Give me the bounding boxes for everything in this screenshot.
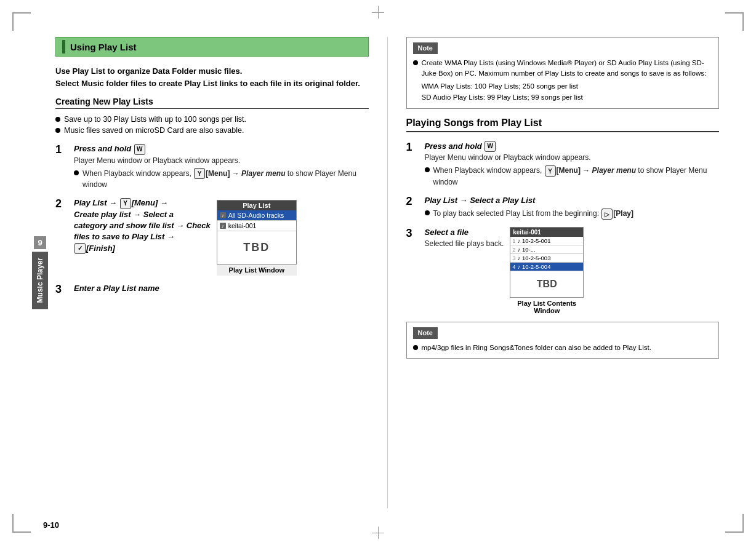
right-step-desc-2: To play back selected Play List from the…	[425, 208, 720, 220]
plc-row-1: 1 ♪ 10-2-5-001	[510, 237, 583, 245]
sub-bullet-dot	[74, 170, 79, 175]
section-header: Using Play List	[55, 37, 369, 57]
right-step-3-with-img: Select a file Selected file plays back. …	[425, 227, 720, 314]
note2-bullet-dot	[413, 345, 418, 350]
sub-bullet-dot-r2	[425, 210, 430, 215]
row-icon-2: ♪	[220, 223, 226, 229]
plc-row-3: 3 ♪ 10-2-5-003	[510, 254, 583, 263]
corner-tr	[725, 12, 744, 31]
crosshair-bottom	[372, 527, 384, 539]
note-box-1: Note Create WMA Play Lists (using Window…	[406, 37, 720, 109]
sub-bullet-dot-r1	[425, 167, 430, 172]
right-step-3-text: Select a file Selected file plays back.	[425, 227, 504, 249]
step-desc-1: Player Menu window or Playback window ap…	[74, 155, 369, 191]
creating-title: Creating New Play Lists	[55, 97, 369, 109]
window-row-1: ♪ All SD-Audio tracks	[217, 210, 296, 221]
right-step-number-3: 3	[406, 227, 419, 241]
y-btn: Y	[120, 198, 131, 209]
right-step-number-2: 2	[406, 195, 419, 209]
step-number-2: 2	[55, 197, 68, 211]
right-step-title-2: Play List → Select a Play List	[425, 195, 720, 206]
step-title-3: Enter a Play List name	[74, 283, 369, 294]
right-step-3: 3 Select a file Selected file plays back…	[406, 227, 720, 314]
right-step-title-3: Select a file	[425, 227, 504, 238]
bullet-dot	[55, 128, 60, 133]
bullet-item: Save up to 30 Play Lists with up to 100 …	[55, 115, 369, 124]
note-bullet-dot	[413, 60, 418, 65]
w-button-icon: W	[134, 144, 145, 155]
window-label: Play List Window	[217, 265, 297, 276]
left-column: Using Play List Use Play List to organiz…	[55, 37, 388, 508]
step-title-2: Play List → Y[Menu] → Create play list →…	[74, 197, 211, 254]
page-number: 9-10	[43, 520, 59, 530]
y-button-icon: Y	[194, 168, 205, 179]
step-2-text: Play List → Y[Menu] → Create play list →…	[74, 197, 211, 254]
plc-row-4: 4 ♪ 10-2-5-004	[510, 263, 583, 271]
step-with-img: Play List → Y[Menu] → Create play list →…	[74, 197, 369, 276]
step-content-3: Enter a Play List name	[74, 283, 369, 294]
window-tbd: TBD	[217, 231, 296, 264]
step-content-1: Press and hold W Player Menu window or P…	[74, 143, 369, 190]
right-step-1: 1 Press and hold W Player Menu window or…	[406, 141, 720, 188]
window-titlebar: Play List	[217, 201, 296, 210]
header-bar	[62, 40, 65, 54]
plc-window-label: Play List ContentsWindow	[510, 300, 584, 314]
right-step-content-3: Select a file Selected file plays back. …	[425, 227, 720, 314]
corner-tl	[12, 12, 31, 31]
step-content-2: Play List → Y[Menu] → Create play list →…	[74, 197, 369, 276]
step-title-1: Press and hold W	[74, 143, 369, 155]
corner-bl	[12, 514, 31, 533]
intro-text: Use Play List to organize Data Folder mu…	[55, 65, 369, 89]
window-row-2: ♪ keitai-001	[217, 221, 296, 231]
bullet-item: Music files saved on microSD Card are al…	[55, 126, 369, 135]
play-btn-r2: ▷	[601, 209, 613, 220]
right-step-title-1: Press and hold W	[425, 141, 720, 153]
note-label-1: Note	[413, 42, 438, 54]
corner-br	[725, 514, 744, 533]
step-1: 1 Press and hold W Player Menu window or…	[55, 143, 369, 190]
bullet-dot	[55, 117, 60, 122]
plc-window: keitai-001 1 ♪ 10-2-5-001 2 ♪ 10-... 3	[510, 227, 584, 298]
step-3: 3 Enter a Play List name	[55, 283, 369, 296]
bullet-list: Save up to 30 Play Lists with up to 100 …	[55, 115, 369, 135]
finish-btn: ✓	[74, 243, 86, 254]
sidebar-number: 9	[34, 236, 46, 249]
right-step-desc-1: Player Menu window or Playback window ap…	[425, 152, 720, 188]
sidebar-label: Music Player	[32, 252, 48, 309]
right-step-content-2: Play List → Select a Play List To play b…	[425, 195, 720, 220]
right-step-number-1: 1	[406, 141, 419, 154]
crosshair-top	[372, 6, 384, 18]
note1-details: WMA Play Lists: 100 Play Lists; 250 song…	[413, 81, 713, 103]
step-number-1: 1	[55, 143, 68, 157]
section-title: Using Play List	[70, 42, 137, 52]
window-mock: Play List ♪ All SD-Audio tracks ♪ keitai…	[217, 200, 297, 265]
step-number-3: 3	[55, 283, 68, 296]
plc-row-2: 2 ♪ 10-...	[510, 245, 583, 254]
step-2: 2 Play List → Y[Menu] → Create play list…	[55, 197, 369, 276]
plc-window-container: keitai-001 1 ♪ 10-2-5-001 2 ♪ 10-... 3	[510, 227, 584, 314]
note2-bullet: mp4/3gp files in Ring Songs&Tones folder…	[413, 343, 713, 353]
right-column: Note Create WMA Play Lists (using Window…	[388, 37, 720, 508]
note-box-2: Note mp4/3gp files in Ring Songs&Tones f…	[406, 322, 720, 359]
plc-titlebar: keitai-001	[510, 228, 583, 237]
play-list-window: Play List ♪ All SD-Audio tracks ♪ keitai…	[217, 197, 297, 276]
right-step-desc-3: Selected file plays back.	[425, 238, 504, 249]
w-btn-right: W	[485, 141, 496, 152]
playing-title: Playing Songs from Play List	[406, 117, 720, 132]
right-step-2: 2 Play List → Select a Play List To play…	[406, 195, 720, 220]
note-label-2: Note	[413, 327, 438, 339]
note1-bullet: Create WMA Play Lists (using Windows Med…	[413, 58, 713, 79]
right-step-content-1: Press and hold W Player Menu window or P…	[425, 141, 720, 188]
row-icon-1: ♪	[220, 212, 226, 218]
y-btn-r1: Y	[545, 165, 556, 177]
plc-tbd: TBD	[510, 271, 583, 297]
